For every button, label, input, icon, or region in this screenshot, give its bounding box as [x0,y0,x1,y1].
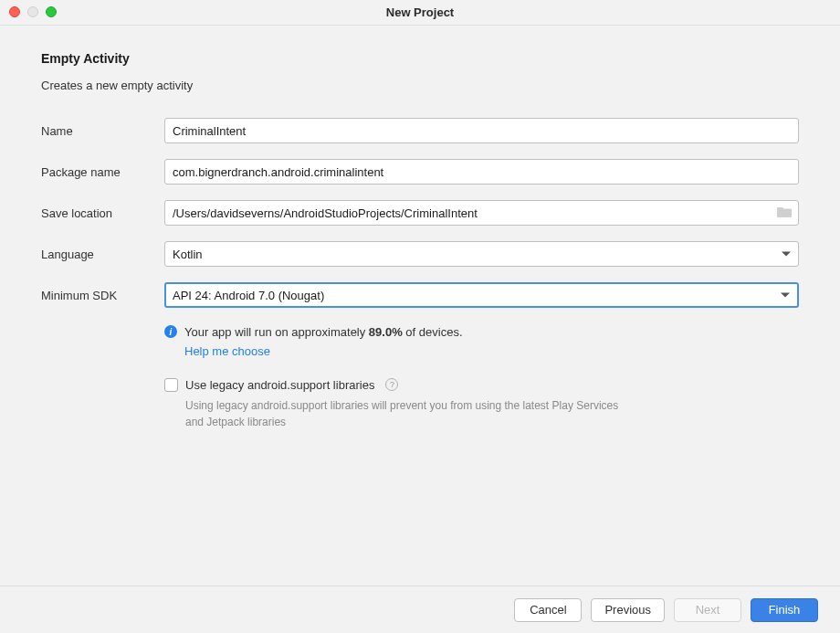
label-name: Name [41,124,164,138]
save-location-input[interactable] [164,200,799,226]
browse-folder-icon[interactable] [777,206,792,220]
label-save-location: Save location [41,206,164,220]
help-icon[interactable]: ? [385,378,398,391]
label-minimum-sdk: Minimum SDK [41,289,164,302]
language-select[interactable]: Kotlin [164,241,799,267]
legacy-libraries-checkbox[interactable] [164,378,178,392]
name-input[interactable] [164,118,799,143]
close-window-button[interactable] [9,6,20,17]
legacy-libraries-label: Use legacy android.support libraries [185,378,374,392]
sdk-info-text: Your app will run on approximately 89.0%… [184,323,463,362]
minimum-sdk-value: API 24: Android 7.0 (Nougat) [173,289,324,302]
maximize-window-button[interactable] [46,6,57,17]
minimize-window-button[interactable] [27,6,38,17]
legacy-libraries-row: Use legacy android.support libraries ? [164,378,799,392]
row-name: Name [41,118,799,143]
chevron-down-icon [781,293,790,298]
row-language: Language Kotlin [41,241,799,267]
previous-button[interactable]: Previous [591,598,665,622]
row-minimum-sdk: Minimum SDK API 24: Android 7.0 (Nougat) [41,282,799,308]
titlebar: New Project [0,0,840,26]
footer: Cancel Previous Next Finish [0,586,840,633]
cancel-button[interactable]: Cancel [514,598,582,622]
language-select-value: Kotlin [173,248,203,261]
next-button: Next [674,598,741,622]
label-package: Package name [41,165,164,179]
chevron-down-icon [782,252,791,257]
label-language: Language [41,248,164,261]
window-controls [9,6,57,17]
sdk-info: i Your app will run on approximately 89.… [164,323,799,362]
section-description: Creates a new empty activity [41,79,799,92]
main-content: Empty Activity Creates a new empty activ… [0,26,840,430]
minimum-sdk-select[interactable]: API 24: Android 7.0 (Nougat) [164,282,799,308]
section-heading: Empty Activity [41,51,799,66]
help-me-choose-link[interactable]: Help me choose [184,344,270,358]
window-title: New Project [386,5,454,19]
package-name-input[interactable] [164,159,799,185]
finish-button[interactable]: Finish [751,598,818,622]
row-save-location: Save location [41,200,799,226]
info-icon: i [164,325,177,338]
row-package: Package name [41,159,799,185]
legacy-libraries-description: Using legacy android.support libraries w… [185,397,624,430]
